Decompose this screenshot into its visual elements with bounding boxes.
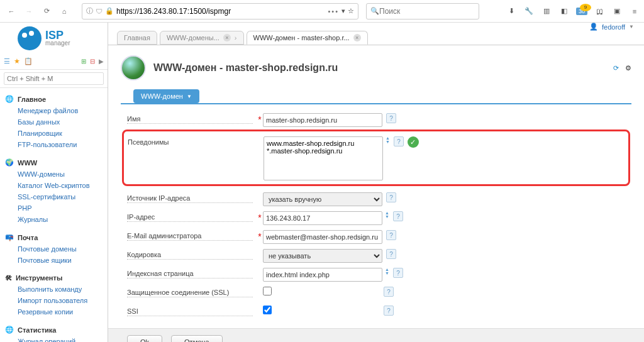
input-ip[interactable] [263, 211, 382, 225]
lock-icon: 🔒 [105, 7, 114, 15]
help-icon[interactable]: ? [386, 192, 396, 202]
help-icon[interactable]: ? [384, 287, 394, 297]
extensions-icon[interactable]: ▣ [611, 7, 623, 15]
user-dropdown-icon[interactable]: ▼ [629, 24, 634, 30]
ip-stepper[interactable]: ▲▼ [385, 211, 389, 219]
help-icon[interactable]: ? [386, 113, 396, 123]
section-label: WWW-домен [141, 92, 183, 100]
nav-item-backup[interactable]: Резервные копии [18, 306, 108, 317]
nav-item-wwwdomains[interactable]: WWW-домены [18, 168, 108, 180]
refresh-icon[interactable]: ⟳ [613, 64, 619, 72]
nav-item-maildomains[interactable]: Почтовые домены [18, 243, 108, 255]
expand-icon[interactable]: ⊞ [81, 58, 86, 65]
check-icon: ✓ [408, 136, 419, 148]
label-aliases: Псевдонимы [128, 138, 253, 146]
input-index[interactable] [263, 268, 382, 282]
globe-icon: 🌐 [5, 95, 14, 103]
reader-icon[interactable]: ▾ [341, 7, 345, 15]
collapse-icon[interactable]: ⊟ [90, 58, 95, 65]
home-icon[interactable]: ⌂ [57, 4, 72, 19]
sidebar-icon[interactable]: ◧ [558, 7, 570, 15]
nav-group-stats[interactable]: 🌐Статистика [5, 324, 108, 336]
label-ssi: SSI [127, 307, 253, 316]
star-icon[interactable]: ★ [14, 57, 20, 65]
user-link[interactable]: fedoroff [602, 23, 625, 31]
download-icon[interactable]: ⬇ [506, 7, 517, 15]
help-icon[interactable]: ? [394, 136, 404, 146]
highlight-aliases: Псевдонимы ▲▼ ? ✓ [122, 130, 630, 186]
ok-button[interactable]: Ok [127, 335, 162, 342]
search-icon: 🔍 [370, 7, 379, 15]
nav-item-import[interactable]: Импорт пользователя [18, 295, 108, 306]
info-icon[interactable]: ⓘ [86, 6, 93, 16]
tab-wwwdomains[interactable]: WWW-домены...×› [160, 31, 244, 45]
help-icon[interactable]: ? [393, 211, 403, 221]
reload-icon[interactable]: ⟳ [39, 4, 54, 19]
nav-item-shell[interactable]: Выполнить команду [18, 284, 108, 295]
close-icon[interactable]: × [353, 34, 361, 41]
nav-item-filemanager[interactable]: Менеджер файлов [18, 105, 108, 116]
help-icon[interactable]: ? [386, 249, 396, 259]
help-icon[interactable]: ? [386, 230, 396, 240]
checkbox-ssi[interactable] [263, 306, 272, 314]
checkbox-ssl[interactable] [263, 287, 272, 295]
calendar-icon[interactable]: 309 [576, 8, 587, 15]
sidebar-search-input[interactable] [4, 72, 104, 85]
tabs: Главная WWW-домены...×› WWW-домен - mast… [108, 31, 644, 45]
nav-item-databases[interactable]: Базы данных [18, 116, 108, 128]
nav-item-php[interactable]: PHP [18, 202, 108, 214]
nav-group-tools[interactable]: 🛠Инструменты [5, 272, 108, 284]
nav-item-logs[interactable]: Журналы [18, 214, 108, 225]
search-input[interactable] [379, 7, 475, 16]
search-bar[interactable]: 🔍 [366, 3, 479, 19]
cancel-button[interactable]: Отмена [171, 335, 222, 342]
section-separator [121, 103, 631, 104]
page-title: WWW-домен - master-shop.redsign.ru [153, 62, 338, 74]
url-bar[interactable]: ⓘ 🛡 🔒 ••• ▾ ☆ [82, 3, 358, 19]
tab-home[interactable]: Главная [117, 31, 157, 45]
save-icon[interactable]: 🕮 [594, 8, 605, 15]
nav-item-ssl[interactable]: SSL-сертификаты [18, 191, 108, 202]
section-header[interactable]: WWW-домен▼ [133, 89, 199, 103]
input-name[interactable] [263, 113, 382, 127]
select-ipsrc[interactable]: указать вручную [263, 192, 382, 206]
library-icon[interactable]: ▥ [541, 7, 552, 15]
nav-item-cron[interactable]: Планировщик [18, 128, 108, 139]
label-index: Индексная страница [127, 270, 253, 279]
user-row: 👤 fedoroff ▼ [108, 23, 644, 31]
label-name: Имя [127, 115, 253, 124]
alias-stepper[interactable]: ▲▼ [386, 136, 390, 144]
tab-label: Главная [124, 34, 150, 41]
tab-label: WWW-домен - master-shop.r... [253, 34, 350, 41]
help-icon[interactable]: ? [384, 306, 394, 316]
forward-icon: → [21, 4, 36, 19]
index-stepper[interactable]: ▲▼ [385, 268, 389, 275]
select-encoding[interactable]: не указывать [263, 249, 382, 263]
tree-icon[interactable]: ☰ [4, 57, 10, 65]
nav-item-ftp[interactable]: FTP-пользователи [18, 139, 108, 150]
pin-icon[interactable]: ▶ [99, 58, 104, 65]
nav-item-webscripts[interactable]: Каталог Web-скриптов [18, 180, 108, 191]
clipboard-icon[interactable]: 📋 [24, 57, 33, 65]
nav-group-main[interactable]: 🌐Главное [5, 93, 108, 105]
user-avatar-icon: 👤 [589, 23, 598, 31]
tools-icon: 🛠 [5, 274, 12, 282]
back-icon[interactable]: ← [4, 4, 19, 19]
page-actions-icon[interactable]: ••• [328, 8, 339, 15]
nav-group-mail[interactable]: 📪Почта [5, 231, 108, 243]
textarea-aliases[interactable] [264, 136, 383, 180]
menu-icon[interactable]: ≡ [629, 8, 640, 15]
url-input[interactable] [116, 7, 325, 16]
help-icon[interactable]: ? [393, 268, 403, 278]
dev-icon[interactable]: 🔧 [523, 7, 535, 15]
nav-item-mailboxes[interactable]: Почтовые ящики [18, 255, 108, 266]
input-email[interactable] [263, 230, 382, 244]
close-icon[interactable]: × [223, 34, 231, 41]
settings-icon[interactable]: ⚙ [625, 64, 631, 72]
tab-wwwdomain-edit[interactable]: WWW-домен - master-shop.r...× [247, 31, 368, 45]
label-ssl: Защищенное соединение (SSL) [127, 289, 253, 297]
bookmark-star-icon[interactable]: ☆ [348, 7, 354, 15]
nav-group-www[interactable]: 🌍WWW [5, 157, 108, 168]
nav-item-oplog[interactable]: Журнал операций [18, 336, 108, 342]
nav-head-label: Инструменты [16, 274, 62, 282]
